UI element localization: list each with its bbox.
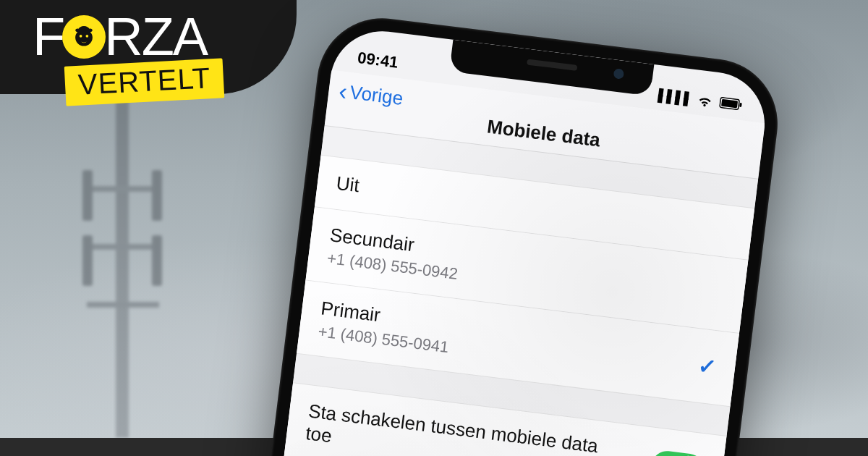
iphone-screen: 09:41 ∎∎∎∎∎∎∎∎ ‹ Vorige bbox=[243, 25, 770, 456]
svg-rect-4 bbox=[721, 99, 738, 109]
settings-list: Uit Secundair +1 (408) 555-0942 Primair bbox=[273, 126, 758, 456]
dual-signal-icon: ∎∎∎∎∎∎∎∎ bbox=[656, 88, 692, 106]
wifi-icon bbox=[696, 93, 715, 108]
cell-tower-decor bbox=[72, 76, 174, 438]
battery-icon bbox=[719, 96, 744, 111]
checkmark-icon: ✓ bbox=[697, 353, 718, 381]
lion-icon bbox=[62, 15, 106, 59]
brand-badge: F RZA VERTELT bbox=[0, 0, 297, 130]
promo-scene: F RZA VERTELT 09:41 ∎∎∎∎∎∎∎∎ bbox=[0, 0, 868, 456]
svg-rect-5 bbox=[739, 103, 742, 107]
brand-tagline: VERTELT bbox=[64, 58, 225, 106]
svg-point-1 bbox=[80, 34, 82, 37]
brand-logo: F RZA bbox=[33, 6, 207, 67]
allow-switching-toggle[interactable] bbox=[650, 449, 705, 456]
option-off-label: Uit bbox=[335, 172, 360, 198]
svg-point-2 bbox=[86, 34, 89, 37]
status-time: 09:41 bbox=[357, 48, 399, 72]
